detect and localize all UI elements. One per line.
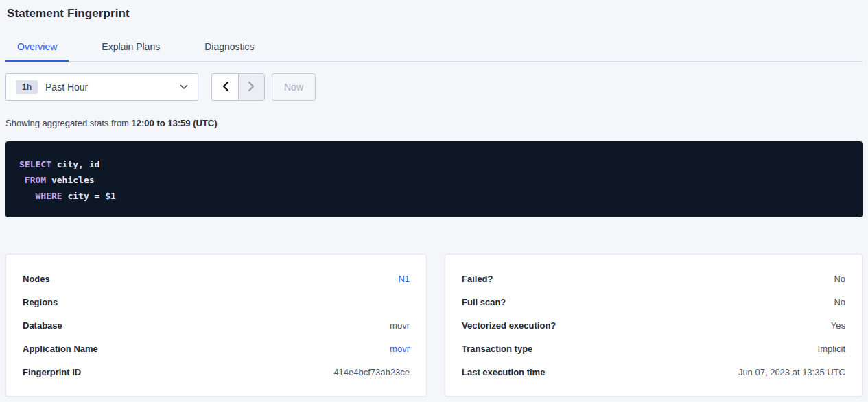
table-row: Failed? No	[462, 267, 845, 290]
detail-label-nodes: Nodes	[23, 274, 50, 284]
detail-label-vectorized-execution: Vectorized execution?	[462, 320, 556, 331]
last-execution-time-value: Jun 07, 2023 at 13:35 UTC	[738, 367, 845, 377]
sql-code: SELECT city, id FROM vehicles WHERE city…	[19, 156, 849, 204]
page-title: Statement Fingerprint	[7, 7, 861, 21]
tab-bar: Overview Explain Plans Diagnostics	[5, 35, 863, 62]
now-button[interactable]: Now	[272, 73, 316, 101]
time-step-buttons	[211, 73, 265, 101]
chevron-left-icon	[222, 81, 229, 94]
vectorized-execution-value: Yes	[831, 320, 845, 331]
details-cards: Nodes N1 Regions Database movr Applicati…	[5, 254, 863, 397]
table-row: Nodes N1	[23, 267, 410, 290]
aggregated-stats-range: 12:00 to 13:59 (UTC)	[132, 118, 218, 128]
table-row: Transaction type Implicit	[462, 337, 845, 360]
chevron-down-icon	[180, 84, 188, 90]
table-row: Application Name movr	[23, 337, 410, 360]
previous-time-button[interactable]	[212, 74, 238, 100]
time-range-label: Past Hour	[45, 82, 88, 93]
sql-statement-box: SELECT city, id FROM vehicles WHERE city…	[5, 141, 863, 217]
chevron-right-icon	[248, 81, 255, 94]
transaction-type-value: Implicit	[818, 344, 845, 354]
table-row: Regions	[23, 290, 410, 314]
aggregated-stats-prefix: Showing aggregated stats from	[5, 118, 132, 128]
time-controls: 1h Past Hour Now	[5, 73, 863, 101]
failed-value: No	[834, 274, 845, 284]
time-range-dropdown[interactable]: 1h Past Hour	[5, 73, 198, 101]
time-range-badge: 1h	[16, 80, 38, 94]
fingerprint-id-value: 414e4bcf73ab23ce	[333, 367, 410, 377]
detail-label-full-scan: Full scan?	[462, 297, 506, 307]
detail-label-failed: Failed?	[462, 274, 493, 284]
detail-label-database: Database	[23, 320, 62, 331]
table-row: Fingerprint ID 414e4bcf73ab23ce	[23, 360, 410, 383]
detail-label-fingerprint-id: Fingerprint ID	[23, 367, 81, 377]
detail-label-last-execution-time: Last execution time	[462, 367, 545, 377]
table-row: Full scan? No	[462, 290, 845, 314]
detail-label-application-name: Application Name	[23, 344, 98, 354]
statement-details-card: Nodes N1 Regions Database movr Applicati…	[5, 254, 427, 397]
table-row: Last execution time Jun 07, 2023 at 13:3…	[462, 360, 845, 383]
tab-explain-plans[interactable]: Explain Plans	[90, 35, 172, 62]
detail-label-regions: Regions	[23, 297, 58, 307]
full-scan-value: No	[834, 297, 845, 307]
table-row: Database movr	[23, 314, 410, 337]
table-row: Vectorized execution? Yes	[462, 314, 845, 337]
application-name-link[interactable]: movr	[390, 344, 410, 354]
next-time-button[interactable]	[238, 74, 264, 100]
execution-attributes-card: Failed? No Full scan? No Vectorized exec…	[445, 254, 863, 397]
aggregated-stats-line: Showing aggregated stats from 12:00 to 1…	[5, 118, 863, 128]
nodes-link[interactable]: N1	[398, 274, 410, 284]
tab-overview[interactable]: Overview	[5, 35, 69, 62]
tab-diagnostics[interactable]: Diagnostics	[193, 35, 266, 62]
statement-fingerprint-page: Statement Fingerprint Overview Explain P…	[0, 7, 868, 397]
detail-label-transaction-type: Transaction type	[462, 344, 532, 354]
database-value: movr	[390, 320, 410, 331]
